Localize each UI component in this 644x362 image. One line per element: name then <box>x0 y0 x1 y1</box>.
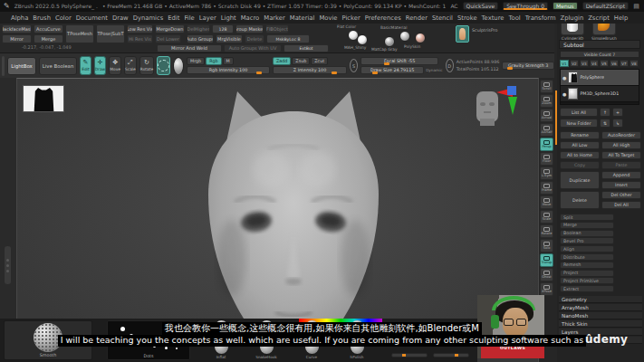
palette-button-merge[interactable]: Merge <box>560 222 614 229</box>
toolbar-button-toolbar-row3-0[interactable]: Mirror And Weld <box>157 44 222 52</box>
zsub-button[interactable]: Zsub <box>292 57 310 65</box>
right-shelf-solo-button[interactable]: Solo <box>540 239 553 252</box>
right-shelf-rotate-button[interactable]: Rotate <box>540 224 553 238</box>
menu-preferences[interactable]: Preferences <box>365 14 401 22</box>
toolbar-button-toolbar-row2-2[interactable]: Hi Res Vis <box>127 34 153 43</box>
menu-file[interactable]: File <box>184 14 194 22</box>
camera-orientation-gizmo[interactable] <box>462 84 522 128</box>
menu-zplugin[interactable]: Zplugin <box>561 14 584 22</box>
pair-all-to-target[interactable]: All To Target <box>601 151 641 159</box>
duplicate-button[interactable]: Duplicate <box>560 171 600 189</box>
menu-material[interactable]: Material <box>290 14 315 22</box>
menu-color[interactable]: Color <box>55 14 72 22</box>
toolbar-slider-toolbar-row2-slider[interactable]: MskByLoc 8 <box>266 34 310 43</box>
live-boolean-button[interactable]: Live Boolean <box>39 57 78 75</box>
tray-mini-slider[interactable] <box>391 353 428 357</box>
right-shelf-xpose-button[interactable]: XPose <box>540 282 553 296</box>
gravity-strength-slider[interactable]: Gravity Strength 3 <box>502 62 554 70</box>
tray-mini-slider-2[interactable] <box>433 353 469 357</box>
vis-button-v6[interactable]: V6 <box>610 60 619 67</box>
menu-transform[interactable]: Transform <box>525 14 556 22</box>
palette-button-project-primitive[interactable]: Project Primitive <box>560 277 614 284</box>
move-up-icon-button[interactable]: ↑ <box>600 108 610 117</box>
seethrough-slider[interactable]: SeeThrough 0 <box>503 2 548 10</box>
menu-macro[interactable]: Macro <box>241 14 260 22</box>
menu-brush[interactable]: Brush <box>33 14 51 22</box>
vis-button-v3[interactable]: V3 <box>580 60 589 67</box>
rgb-button[interactable]: Rgb <box>206 57 221 65</box>
menu-texture[interactable]: Texture <box>482 14 505 22</box>
draw-button[interactable]: ✛Draw <box>94 56 106 75</box>
menu-layer[interactable]: Layer <box>199 14 216 22</box>
menu-light[interactable]: Light <box>221 14 236 22</box>
toolbar-button-toolbar-row1-1[interactable]: AccuCurve <box>34 24 63 33</box>
toolbar-button-toolbar-row2-6[interactable]: Delete <box>245 34 264 43</box>
mrgb-button[interactable]: Mrgb <box>187 57 205 65</box>
alpha-preview-thumbnail[interactable] <box>23 85 64 112</box>
palette-section-geometry[interactable]: Geometry <box>559 296 642 303</box>
menu-edit[interactable]: Edit <box>168 14 179 22</box>
pair-all-low[interactable]: All Low <box>560 141 600 149</box>
right-shelf-scroll-button[interactable]: Scroll <box>540 80 553 93</box>
menu-stroke[interactable]: Stroke <box>457 14 477 22</box>
pair-all-high[interactable]: All High <box>601 141 641 149</box>
menu-movie[interactable]: Movie <box>319 14 337 22</box>
right-shelf-scale-button[interactable]: Scale <box>540 210 553 224</box>
right-shelf-transp-button[interactable]: Transp <box>540 253 553 267</box>
lightbox-button[interactable]: LightBox <box>7 57 35 75</box>
pair-copy[interactable]: Copy <box>560 161 600 169</box>
focal-shift-slider[interactable]: Focal Shift -55 <box>360 57 438 65</box>
vis-button-v8[interactable]: V8 <box>630 60 639 67</box>
reorder-icon-button[interactable]: ⇅ <box>600 119 610 128</box>
add-subtool-button[interactable]: + <box>612 108 623 117</box>
right-shelf-frame-button[interactable]: Frame <box>540 181 553 195</box>
stroke-knob-icon[interactable]: S <box>350 59 358 72</box>
tray-divider-handle[interactable] <box>5 246 11 284</box>
toolbar-button-toolbar-row3-1[interactable]: Auto Groups With UV <box>224 44 282 52</box>
quicksave-button[interactable]: QuickSave <box>463 2 499 10</box>
pair-paste[interactable]: Paste <box>601 161 641 169</box>
eye-icon[interactable]: ● <box>562 91 566 97</box>
palette-button-extract[interactable]: Extract <box>560 285 614 292</box>
rgb-intensity-slider[interactable]: Rgb Intensity 100 <box>187 66 270 74</box>
new-folder-button[interactable]: New Folder <box>560 119 598 128</box>
palette-button-align[interactable]: Align <box>560 245 614 252</box>
toolbar-slider-toolbar-row1-slider[interactable]: 128 <box>212 24 234 33</box>
menu-picker[interactable]: Picker <box>342 14 360 22</box>
material-sphere-matcap-gray[interactable] <box>384 36 395 47</box>
m-button[interactable]: M <box>223 57 234 65</box>
menu-tool[interactable]: Tool <box>509 14 521 22</box>
right-shelf-actual-button[interactable]: Actual <box>540 109 553 122</box>
vis-button-v7[interactable]: V7 <box>620 60 629 67</box>
dynamic-label[interactable]: Dynamic <box>426 68 442 72</box>
subtool-item-polysphere[interactable]: ●PolySphere <box>561 70 639 86</box>
palette-button-bevel-pro[interactable]: Bevel Pro <box>560 237 614 244</box>
toolbar-button-toolbar-row1-end-0[interactable]: Group Masked <box>235 24 264 33</box>
edit-button[interactable]: ✎Edit <box>80 56 91 75</box>
right-shelf-move-button[interactable]: Move <box>540 195 553 209</box>
menu-document[interactable]: Document <box>76 14 108 22</box>
scale-button[interactable]: ⤢Scale <box>124 56 137 75</box>
palette-button-boolean[interactable]: Boolean <box>560 230 614 237</box>
right-shelf-zoom-button[interactable]: Zoom <box>540 94 553 108</box>
right-shelf-persp-button[interactable]: Persp <box>540 138 553 151</box>
toolbar-button-toolbar-row1-4[interactable]: Low Res Vis <box>127 24 153 33</box>
scroll-indicator[interactable] <box>555 90 557 145</box>
right-shelf-l-sym-button[interactable]: L.Sym <box>540 167 553 180</box>
zadd-button[interactable]: Zadd <box>273 57 291 65</box>
toolbar-button-toolbar-row2-3[interactable]: Del Lower <box>155 34 181 43</box>
shelf-divider[interactable] <box>2 56 5 76</box>
panel-icon[interactable]: ▤ <box>633 3 639 10</box>
sculptris-pro-button[interactable] <box>456 25 469 43</box>
list-all-button[interactable]: List All <box>560 108 598 117</box>
move-into-folder-button[interactable]: ↳ <box>612 119 623 128</box>
eye-icon[interactable]: ● <box>562 75 566 81</box>
pair-autoreorder[interactable]: AutoReorder <box>601 131 641 139</box>
insert-button[interactable]: Insert <box>601 181 641 189</box>
toolbar-button-toolbar-row2-0[interactable]: Mirror <box>2 34 32 43</box>
append-button[interactable]: Append <box>601 171 641 179</box>
menu-render[interactable]: Render <box>406 14 428 22</box>
palette-section-nanomesh[interactable]: NanoMesh <box>559 312 642 319</box>
zcut-button[interactable]: Zcut <box>311 57 328 65</box>
palette-button-remesh[interactable]: Remesh <box>560 262 614 269</box>
